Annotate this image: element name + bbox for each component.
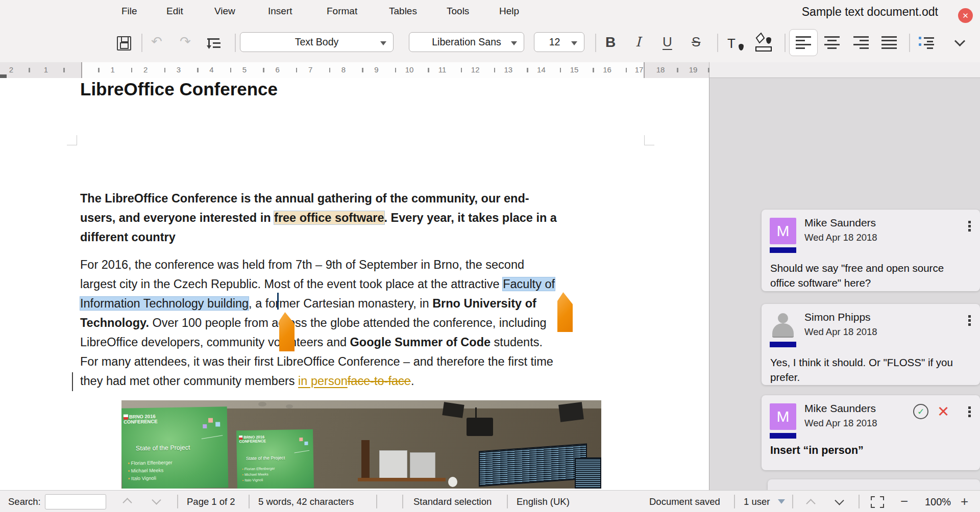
ruler-tick <box>708 68 709 72</box>
accept-change-button[interactable]: ✓ <box>913 404 928 419</box>
user-count[interactable]: 1 user <box>744 496 770 507</box>
comment-card[interactable]: M Mike Saunders Wed Apr 18 2018 Should w… <box>762 210 980 291</box>
text-line[interactable]: For many attendees, it was their first L… <box>80 352 555 371</box>
photo-window <box>575 457 601 489</box>
strikethrough-button[interactable]: S <box>692 34 700 50</box>
ruler-tick <box>626 68 627 72</box>
bold-button[interactable]: B <box>605 34 616 50</box>
search-input[interactable] <box>45 494 106 509</box>
highlight-color-button[interactable] <box>755 33 773 52</box>
ruler-number: 5 <box>242 65 247 74</box>
text-line[interactable]: Information Technology building, a forme… <box>80 294 555 313</box>
text-line[interactable]: different country <box>80 227 557 247</box>
search-next-button[interactable] <box>152 495 161 504</box>
bullet-list-icon <box>919 36 935 50</box>
ruler-tick <box>395 68 397 72</box>
menu-file[interactable]: File <box>121 6 137 17</box>
scroll-down-button[interactable] <box>835 496 844 505</box>
ruler-tick <box>362 68 363 72</box>
comment-card[interactable]: Simon Phipps Wed Apr 18 2018 Yes, I thin… <box>762 304 980 385</box>
comment-menu-button[interactable] <box>968 221 971 233</box>
intro-paragraph: The LibreOffice Conference is the annual… <box>80 189 557 247</box>
font-size-select[interactable]: 12 <box>534 32 584 52</box>
change-summary: Insert “in person” <box>770 443 970 458</box>
document-page[interactable]: LibreOffice Conference The LibreOffice C… <box>0 78 709 490</box>
ruler-margin-boundary[interactable] <box>644 62 645 78</box>
align-right-button[interactable] <box>853 36 869 49</box>
text-line[interactable]: The LibreOffice Conference is the annual… <box>80 189 557 208</box>
language-status[interactable]: English (UK) <box>517 496 570 507</box>
bullet-list-button[interactable] <box>919 36 935 50</box>
status-separator <box>177 495 178 508</box>
status-separator <box>734 495 735 508</box>
paragraph-style-select[interactable]: Text Body <box>240 32 394 52</box>
conference-photo[interactable]: BRNO 2016 CONFERENCE State of the Projec… <box>121 400 601 489</box>
justify-button[interactable] <box>881 36 897 49</box>
toolbar-separator <box>235 34 236 52</box>
underline-button[interactable]: U <box>663 34 672 50</box>
text-line[interactable]: largest city in the Czech Republic. Most… <box>80 274 555 294</box>
align-left-button[interactable] <box>789 29 818 56</box>
font-color-button[interactable]: T <box>727 36 745 52</box>
redo-button[interactable]: ↷ <box>180 34 191 49</box>
comment-card-partial[interactable] <box>768 479 980 490</box>
comment-menu-button[interactable] <box>968 406 971 419</box>
align-center-button[interactable] <box>824 36 840 49</box>
menu-help[interactable]: Help <box>499 6 519 17</box>
photo-screen-right: BRNO 2016 CONFERENCE State of the Projec… <box>236 429 314 489</box>
text-line[interactable]: Technology. Over 100 people from across … <box>80 313 555 332</box>
selection-mode[interactable]: Standard selection <box>413 496 492 507</box>
document-area: LibreOffice Conference The LibreOffice C… <box>0 78 980 490</box>
comment-menu-button[interactable] <box>968 315 971 327</box>
photo-projector <box>558 402 584 422</box>
ruler-tab-stop[interactable] <box>0 74 7 78</box>
undo-button[interactable]: ↶ <box>151 34 162 49</box>
text-boundary-corner <box>67 135 77 145</box>
menu-tables[interactable]: Tables <box>389 6 417 17</box>
photo-window <box>479 444 587 487</box>
tracked-change-card[interactable]: M Mike Saunders Wed Apr 18 2018 ✓ ✕ Inse… <box>762 395 980 470</box>
font-name-select[interactable]: Liberation Sans <box>409 32 524 52</box>
justify-icon <box>881 36 897 49</box>
ruler-number: 11 <box>438 65 447 74</box>
paragraph-style-value: Text Body <box>295 36 339 48</box>
toolbar: ↶ ↷ Text Body Liberation Sans 12 B I U S… <box>0 23 980 62</box>
word-count[interactable]: 5 words, 42 characters <box>258 496 354 507</box>
ruler-number: 14 <box>537 65 546 74</box>
zoom-out-button[interactable]: − <box>900 494 908 509</box>
indent-button[interactable] <box>207 37 223 50</box>
ruler-tick <box>63 68 65 72</box>
menu-edit[interactable]: Edit <box>166 6 183 17</box>
avatar: M <box>770 403 796 430</box>
scroll-up-button[interactable] <box>806 499 815 508</box>
text-line[interactable]: LibreOffice developers, community volunt… <box>80 332 555 352</box>
status-bar: Search: Page 1 of 2 5 words, 42 characte… <box>0 490 980 512</box>
ruler-margin-boundary[interactable] <box>81 62 82 78</box>
menu-view[interactable]: View <box>214 6 235 17</box>
ruler-number: 6 <box>275 65 279 74</box>
italic-button[interactable]: I <box>635 34 641 49</box>
text-line[interactable]: For 2016, the conference was held from 7… <box>80 255 555 274</box>
ruler-number: 1 <box>44 65 48 74</box>
zoom-in-button[interactable]: + <box>961 494 968 509</box>
page-count[interactable]: Page 1 of 2 <box>187 496 235 507</box>
zoom-level[interactable]: 100% <box>925 496 951 508</box>
close-document-button[interactable]: ✕ <box>958 8 973 23</box>
fit-page-button[interactable] <box>871 496 884 508</box>
menu-insert[interactable]: Insert <box>268 6 292 17</box>
save-button[interactable] <box>117 36 131 50</box>
user-list-chevron-icon[interactable] <box>778 499 785 504</box>
chevron-down-icon <box>954 36 965 46</box>
reject-change-button[interactable]: ✕ <box>937 404 949 419</box>
menu-tools[interactable]: Tools <box>447 6 469 17</box>
text-line[interactable]: users, and everyone interested in free o… <box>80 208 557 227</box>
text-line[interactable]: they had met other community members in … <box>80 371 555 391</box>
ruler[interactable]: 2112345678910111213141516171819 <box>0 62 980 78</box>
ruler-tick <box>494 68 496 72</box>
ruler-number: 8 <box>341 65 346 74</box>
toolbar-expand-button[interactable] <box>956 37 964 45</box>
slide-deco-line <box>201 429 223 439</box>
ruler-number: 19 <box>689 65 698 74</box>
menu-format[interactable]: Format <box>327 6 357 17</box>
search-previous-button[interactable] <box>122 498 132 507</box>
